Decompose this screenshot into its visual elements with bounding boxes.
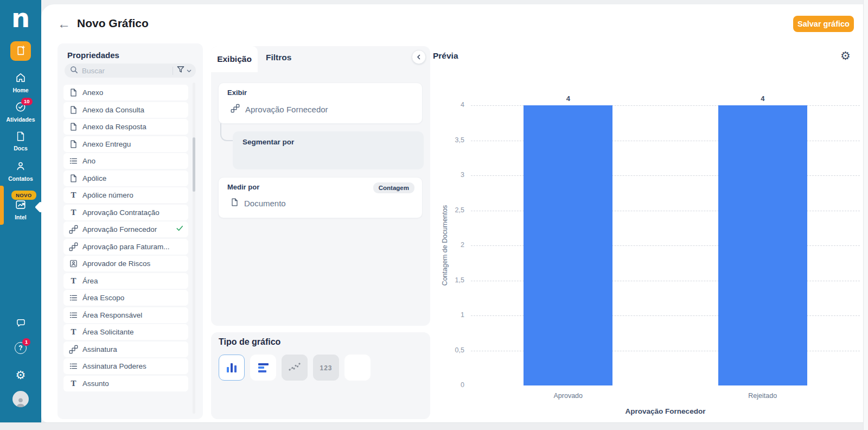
scatter-chart-icon <box>288 361 301 375</box>
property-row[interactable]: Área Escopo <box>63 290 188 306</box>
page-title: Novo Gráfico <box>77 17 149 30</box>
search-icon <box>70 66 78 76</box>
gear-icon[interactable]: ⚙ <box>840 50 851 61</box>
property-row[interactable]: Anexo <box>63 85 188 100</box>
sidebar-item-docs[interactable]: Docs <box>0 131 41 151</box>
property-row[interactable]: TAssunto <box>63 376 188 391</box>
sidebar-item-home[interactable]: Home <box>0 72 41 93</box>
tab-exibicao[interactable]: Exibição <box>211 46 258 72</box>
property-row[interactable]: Aprovação para Faturam... <box>63 239 188 255</box>
search-divider <box>173 67 173 75</box>
chart-type-pie[interactable] <box>344 355 371 381</box>
property-label: Apólice número <box>82 191 133 199</box>
sidebar-item-label: Home <box>0 87 41 93</box>
property-row[interactable]: TÁrea Solicitante <box>63 324 188 340</box>
y-axis-tick: 0 <box>443 381 464 389</box>
workflow-icon <box>69 225 78 234</box>
chart-type-scatter[interactable] <box>282 355 308 381</box>
property-row[interactable]: TAprovação Contratação <box>63 205 188 220</box>
property-row[interactable]: Anexo Entregu <box>63 136 188 152</box>
chart-bar <box>718 105 807 385</box>
chart-type-horizontal-bar[interactable] <box>250 355 276 381</box>
medir-value: Documento <box>244 199 286 208</box>
chevron-down-icon[interactable] <box>187 66 192 75</box>
chart-type-number[interactable]: 123 <box>313 355 339 381</box>
medir-card[interactable]: Medir por Contagem Documento <box>218 177 423 218</box>
intel-icon <box>15 199 27 213</box>
property-label: Aprovação Contratação <box>82 208 159 217</box>
property-row[interactable]: Assinatura <box>63 342 188 357</box>
property-row[interactable]: Anexo da Resposta <box>63 119 188 135</box>
back-button[interactable]: ← <box>58 16 71 31</box>
exibir-card[interactable]: Exibir Aprovação Fornecedor <box>218 83 423 124</box>
property-label: Anexo <box>82 88 103 97</box>
home-icon <box>15 72 27 86</box>
bar-value-label: 4 <box>746 94 779 103</box>
sidebar-item-label: Docs <box>0 145 41 151</box>
filter-icon[interactable] <box>177 66 184 75</box>
property-label: Apólice <box>82 174 106 182</box>
property-label: Ano <box>82 157 95 165</box>
doc-icon <box>69 174 78 182</box>
tab-filtros[interactable]: Filtros <box>266 53 291 62</box>
app-logo: n <box>0 4 41 31</box>
property-label: Assinatura Poderes <box>82 362 146 370</box>
exibir-label: Exibir <box>227 88 247 97</box>
chart-type-bar[interactable] <box>219 355 245 381</box>
sidebar-item-contatos[interactable]: Contatos <box>0 160 41 182</box>
property-row[interactable]: Apólice <box>63 170 188 186</box>
person-doc-icon <box>69 260 78 268</box>
doc-icon <box>231 198 239 208</box>
docs-icon <box>15 131 26 144</box>
property-row[interactable]: Assinatura Poderes <box>63 358 188 374</box>
y-axis-tick: 0,5 <box>443 346 464 354</box>
bottom-scroll-band <box>0 422 863 430</box>
doc-icon <box>69 106 78 114</box>
chart-bar <box>524 105 612 385</box>
medir-label: Medir por <box>227 183 259 191</box>
save-chart-button[interactable]: Salvar gráfico <box>793 16 854 32</box>
list-icon <box>69 362 78 370</box>
property-row[interactable]: TÁrea <box>63 273 188 289</box>
properties-scrollbar-track <box>193 83 195 414</box>
sidebar-item-label: Contatos <box>0 175 41 182</box>
text-icon: T <box>69 277 78 285</box>
new-document-button[interactable] <box>10 41 31 61</box>
segmentar-dropzone[interactable]: Segmentar por <box>233 131 424 169</box>
sidebar-item-label: Intel <box>0 214 41 220</box>
property-row[interactable]: Aprovador de Riscos <box>63 256 188 271</box>
properties-title: Propriedades <box>67 50 119 60</box>
list-icon <box>69 311 78 319</box>
properties-search[interactable] <box>65 64 196 78</box>
help-button[interactable]: ?1 <box>0 342 41 354</box>
property-label: Anexo da Resposta <box>82 123 146 131</box>
search-input[interactable] <box>82 67 169 75</box>
collapse-panel-button[interactable] <box>412 50 426 64</box>
property-label: Aprovação Fornecedor <box>82 225 157 233</box>
property-row[interactable]: TApólice número <box>63 187 188 203</box>
window-scrollbar[interactable] <box>863 0 868 430</box>
properties-scrollbar-thumb[interactable] <box>193 137 195 192</box>
x-axis-category-label: Aprovado <box>530 392 606 400</box>
property-label: Aprovador de Riscos <box>82 260 150 268</box>
y-axis-title: Contagem de Documentos <box>441 175 449 316</box>
property-row[interactable]: Anexo da Consulta <box>63 102 188 118</box>
segment-connector <box>220 123 233 141</box>
novo-badge: NOVO <box>11 191 36 200</box>
list-icon <box>69 294 78 302</box>
property-row[interactable]: Aprovação Fornecedor <box>63 222 188 237</box>
property-row[interactable]: Área Responsável <box>63 307 188 323</box>
settings-button[interactable]: ⚙ <box>0 369 41 381</box>
avatar-button[interactable] <box>0 391 41 407</box>
settings-icon: ⚙ <box>16 369 26 381</box>
text-icon: T <box>69 328 78 336</box>
sidebar-item-intel[interactable]: Intel <box>0 199 41 220</box>
property-row[interactable]: Ano <box>63 153 188 169</box>
doc-icon <box>69 140 78 148</box>
sidebar-item-atividades[interactable]: 10Atividades <box>0 101 41 123</box>
property-label: Assunto <box>82 380 109 388</box>
chat-button[interactable] <box>0 317 41 331</box>
workflow-icon <box>231 104 240 115</box>
doc-icon <box>69 123 78 131</box>
preview-title: Prévia <box>433 51 458 61</box>
